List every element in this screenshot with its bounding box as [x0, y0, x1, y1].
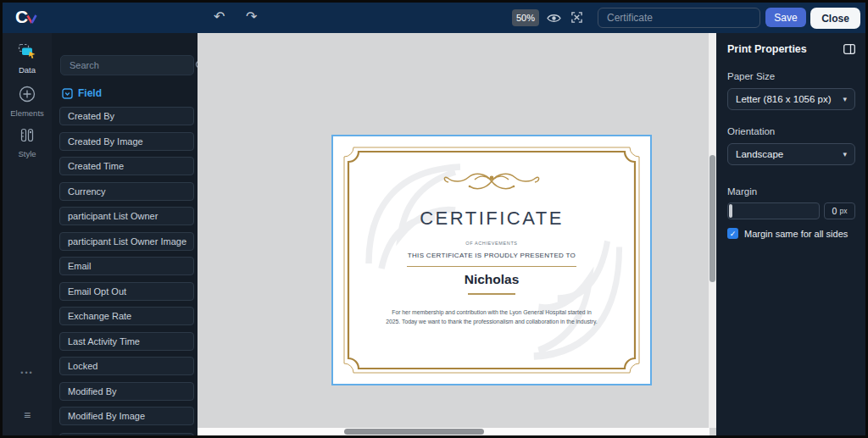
field-item[interactable]: Modified By Image	[59, 407, 194, 425]
field-item-partial[interactable]	[59, 433, 194, 436]
vertical-scrollbar[interactable]	[709, 33, 716, 428]
fullscreen-icon[interactable]	[570, 11, 583, 27]
collapse-chevron-icon	[62, 88, 73, 99]
left-rail: Data Elements Style ••• ≡	[3, 33, 52, 435]
margin-value: 0	[832, 206, 837, 216]
margin-same-checkbox-row[interactable]: ✓ Margin same for all sides	[727, 228, 855, 239]
field-item[interactable]: Created By Image	[59, 132, 194, 151]
rail-label-data: Data	[3, 65, 52, 75]
paper-size-value: Letter (816 x 1056 px)	[736, 94, 832, 104]
field-group-label: Field	[78, 87, 102, 99]
paper-size-select[interactable]: Letter (816 x 1056 px) ▾	[727, 88, 855, 110]
certificate-subtitle: OF ACHIEVEMENTS	[333, 241, 650, 246]
logo-check-icon	[26, 14, 37, 25]
close-button[interactable]: Close	[810, 8, 860, 29]
zoom-level-badge[interactable]: 50%	[512, 9, 539, 26]
field-item[interactable]: Last Activity Time	[59, 332, 194, 351]
field-item[interactable]: participant List Owner Image	[59, 232, 194, 251]
field-item[interactable]: Created Time	[59, 157, 194, 175]
horizontal-scrollbar[interactable]	[198, 428, 709, 435]
field-item[interactable]: Exchange Rate	[59, 307, 194, 325]
style-tools-icon	[19, 128, 35, 143]
sidebar-item-data[interactable]: Data	[3, 43, 52, 75]
menu-icon[interactable]: ≡	[3, 408, 52, 422]
certificate-presented-line: THIS CERTIFICATE IS PROUDLY PRESENTED TO	[333, 252, 650, 259]
margin-value-input[interactable]: 0 px	[824, 202, 855, 219]
margin-slider[interactable]	[727, 202, 820, 219]
certificate-recipient-name: Nicholas	[333, 272, 650, 287]
orientation-value: Landscape	[736, 149, 783, 159]
design-canvas[interactable]: CERTIFICATE OF ACHIEVEMENTS THIS CERTIFI…	[198, 33, 716, 435]
chevron-down-icon: ▾	[843, 150, 847, 158]
more-options-icon[interactable]: •••	[3, 369, 52, 377]
sidebar-item-style[interactable]: Style	[3, 128, 52, 158]
print-properties-panel: Print Properties Paper Size Letter (816 …	[716, 33, 865, 435]
paper-size-label: Paper Size	[727, 71, 855, 81]
rail-label-elements: Elements	[3, 108, 52, 118]
field-item[interactable]: Email	[59, 257, 194, 275]
field-item[interactable]: Locked	[59, 357, 194, 375]
gold-divider-line	[407, 266, 576, 267]
margin-unit: px	[839, 207, 847, 215]
fields-panel: Field Created By Created By Image Create…	[52, 33, 198, 435]
field-group-header[interactable]: Field	[62, 87, 102, 99]
field-list: Created By Created By Image Created Time…	[59, 107, 194, 432]
certificate-title: CERTIFICATE	[333, 208, 650, 230]
undo-button[interactable]: ↶	[214, 8, 225, 26]
margin-same-label: Margin same for all sides	[744, 229, 848, 239]
topbar: C ↶ ↷ 50% Save Close	[3, 3, 865, 33]
redo-button[interactable]: ↷	[246, 8, 257, 26]
search-box	[60, 55, 194, 75]
preview-eye-icon[interactable]	[547, 12, 561, 27]
data-icon	[18, 43, 36, 59]
sidebar-item-elements[interactable]: Elements	[3, 86, 52, 118]
gold-underline	[468, 293, 515, 295]
field-item[interactable]: Email Opt Out	[59, 282, 194, 301]
checkbox-checked-icon[interactable]: ✓	[727, 228, 738, 239]
panel-layout-icon[interactable]	[843, 44, 855, 54]
print-properties-title: Print Properties	[727, 43, 807, 55]
ornament-flourish-icon	[437, 169, 547, 194]
vertical-scrollbar-thumb[interactable]	[709, 155, 715, 282]
save-button[interactable]: Save	[765, 8, 806, 27]
certificate-page[interactable]: CERTIFICATE OF ACHIEVEMENTS THIS CERTIFI…	[333, 136, 650, 384]
field-item[interactable]: participant List Owner	[59, 207, 194, 225]
horizontal-scrollbar-thumb[interactable]	[344, 429, 484, 435]
app-window: C ↶ ↷ 50% Save Close	[0, 0, 868, 438]
app-logo[interactable]: C	[15, 7, 37, 27]
chevron-down-icon: ▾	[843, 95, 847, 103]
search-input[interactable]	[61, 60, 195, 70]
orientation-select[interactable]: Landscape ▾	[727, 143, 855, 165]
rail-label-style: Style	[3, 149, 52, 158]
field-item[interactable]: Modified By	[59, 382, 194, 401]
elements-plus-icon	[19, 86, 36, 103]
certificate-body-text: For her membership and contribution with…	[386, 308, 598, 326]
margin-slider-handle[interactable]	[729, 204, 732, 218]
field-item[interactable]: Currency	[59, 182, 194, 201]
margin-label: Margin	[727, 186, 855, 197]
document-name-input[interactable]	[598, 8, 760, 28]
orientation-label: Orientation	[727, 126, 855, 136]
field-item[interactable]: Created By	[59, 107, 194, 125]
